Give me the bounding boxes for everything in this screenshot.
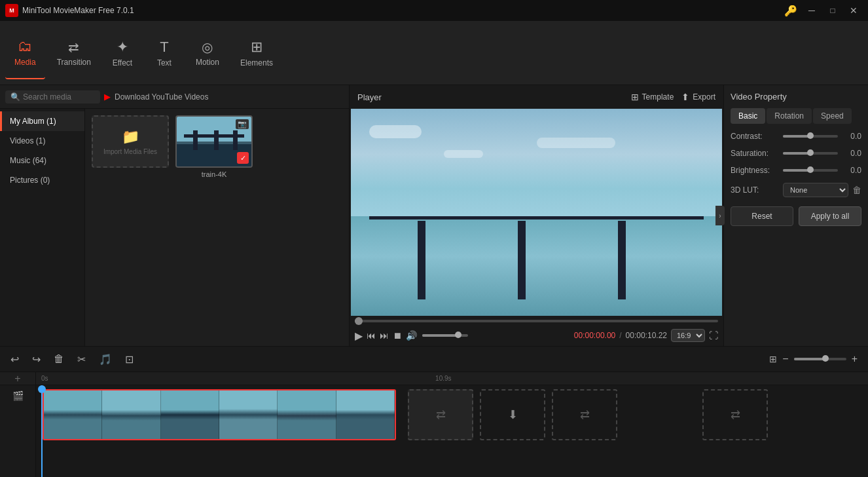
delete-button[interactable]: 🗑 <box>51 351 67 368</box>
transition-slot-4[interactable]: ⇄ <box>702 389 768 440</box>
add-track-icon[interactable]: + <box>14 373 20 385</box>
import-thumb[interactable]: 📁 Import Media Files <box>92 115 169 168</box>
prev-button[interactable]: ⏮ <box>367 330 376 341</box>
player-timeline <box>350 316 723 328</box>
restore-button[interactable]: □ <box>823 3 842 18</box>
minimize-button[interactable]: ─ <box>803 3 821 18</box>
transition-icon: ⇄ <box>68 39 79 55</box>
template-label: Template <box>642 92 674 102</box>
transition-arrow-1: ⇄ <box>436 408 446 422</box>
brightness-fill <box>783 169 810 172</box>
folder-icon: 📁 <box>122 128 139 145</box>
search-icon: 🔍 <box>10 92 20 102</box>
media-panel: 🔍 ▶ Download YouTube Videos My Album (1)… <box>0 85 350 346</box>
train-media-item[interactable]: 📷 ✓ train-4K <box>175 115 253 178</box>
aspect-ratio-select[interactable]: 16:9 9:16 1:1 4:3 <box>671 329 705 342</box>
clip-frame-6 <box>336 391 395 439</box>
properties-title: Video Property <box>731 92 861 102</box>
contrast-handle[interactable] <box>807 132 814 139</box>
toolbar-text[interactable]: T Text <box>145 27 184 79</box>
toolbar-transition[interactable]: ⇄ Transition <box>48 27 100 79</box>
zoom-in-button[interactable]: + <box>849 353 860 365</box>
panel-collapse-button[interactable]: › <box>715 206 725 225</box>
total-time: 00:00:10.22 <box>626 331 667 340</box>
tab-basic[interactable]: Basic <box>731 108 765 124</box>
brightness-handle[interactable] <box>807 166 814 173</box>
volume-control: 🔊 <box>406 330 468 341</box>
content-area: 🔍 ▶ Download YouTube Videos My Album (1)… <box>0 85 868 346</box>
audio-detach-button[interactable]: 🎵 <box>96 351 115 368</box>
fullscreen-button[interactable]: ⛶ <box>709 330 718 341</box>
progress-handle[interactable] <box>355 317 363 325</box>
toolbar-media[interactable]: 🗂 Media <box>5 27 45 79</box>
saturation-label: Saturation: <box>731 149 783 158</box>
toolbar-elements[interactable]: ⊞ Elements <box>231 27 282 79</box>
train-thumb[interactable]: 📷 ✓ <box>175 115 253 168</box>
sidebar-item-album[interactable]: My Album (1) <box>0 111 84 131</box>
redo-button[interactable]: ↪ <box>29 351 43 368</box>
media-icon: 🗂 <box>18 38 32 55</box>
playhead[interactable] <box>41 385 43 477</box>
apply-to-all-button[interactable]: Apply to all <box>799 206 861 226</box>
playhead-head <box>38 385 46 393</box>
close-button[interactable]: ✕ <box>844 3 863 18</box>
sidebar-item-music[interactable]: Music (64) <box>0 151 84 170</box>
volume-icon[interactable]: 🔊 <box>406 330 417 341</box>
clip-frame-4 <box>219 391 278 439</box>
volume-handle[interactable] <box>455 332 461 338</box>
zoom-fill <box>794 358 825 360</box>
sidebar-item-videos[interactable]: Videos (1) <box>0 131 84 151</box>
crop-button[interactable]: ⊡ <box>122 351 136 368</box>
next-button[interactable]: ⏭ <box>380 330 389 341</box>
sidebar-item-pictures[interactable]: Pictures (0) <box>0 170 84 190</box>
scissors-button[interactable]: ✂ <box>75 351 88 368</box>
brightness-value: 0.0 <box>842 166 861 175</box>
video-clip[interactable] <box>43 389 396 440</box>
timeline: + 🎬 ♪ 0s 10.9s <box>0 372 868 477</box>
video-track-icon: 🎬 <box>0 391 35 401</box>
volume-slider[interactable] <box>422 334 468 337</box>
undo-button[interactable]: ↩ <box>8 351 22 368</box>
template-button[interactable]: ⊞ Template <box>631 92 674 102</box>
export-icon: ⬆ <box>681 92 689 102</box>
main-toolbar: 🗂 Media ⇄ Transition ✦ Effect T Text ◎ M… <box>0 21 868 85</box>
brightness-slider[interactable] <box>783 169 838 172</box>
zoom-out-button[interactable]: − <box>780 353 791 365</box>
current-time: 00:00:00.00 <box>574 331 615 340</box>
stop-button[interactable]: ⏹ <box>393 330 402 341</box>
progress-bar[interactable] <box>355 320 718 322</box>
toolbar-effect[interactable]: ✦ Effect <box>103 27 142 79</box>
transition-slot-2[interactable]: ⬇ <box>480 389 545 440</box>
search-input[interactable] <box>23 92 95 102</box>
saturation-handle[interactable] <box>807 149 814 156</box>
youtube-download-button[interactable]: ▶ Download YouTube Videos <box>104 92 208 102</box>
motion-label: Motion <box>196 58 219 67</box>
transition-label: Transition <box>57 58 91 67</box>
reset-button[interactable]: Reset <box>731 206 793 226</box>
player-title: Player <box>357 92 382 102</box>
saturation-slider[interactable] <box>783 152 838 155</box>
zoom-slider[interactable] <box>794 358 846 360</box>
zoom-fit-button[interactable]: ⊞ <box>769 354 777 364</box>
zoom-handle[interactable] <box>822 355 829 362</box>
import-media-item[interactable]: 📁 Import Media Files <box>92 115 169 178</box>
export-button[interactable]: ⬆ Export <box>681 92 715 102</box>
transition-arrow-3: ⇄ <box>580 408 590 422</box>
timeline-sidebar: + 🎬 ♪ <box>0 372 36 477</box>
brightness-row: Brightness: 0.0 <box>731 166 861 175</box>
saturation-value: 0.0 <box>842 149 861 158</box>
transition-slot-1[interactable]: ⇄ <box>408 389 473 440</box>
lut-delete-button[interactable]: 🗑 <box>852 185 861 195</box>
search-box[interactable]: 🔍 <box>5 90 100 104</box>
saturation-fill <box>783 152 810 155</box>
play-button[interactable]: ▶ <box>355 330 363 342</box>
lut-select[interactable]: None <box>783 183 848 197</box>
contrast-slider[interactable] <box>783 135 838 138</box>
video-track-row: ⇄ ⬇ ⇄ ⇄ <box>36 385 868 444</box>
tab-rotation[interactable]: Rotation <box>767 108 812 124</box>
tab-speed[interactable]: Speed <box>813 108 852 124</box>
toolbar-motion[interactable]: ◎ Motion <box>187 27 228 79</box>
elements-label: Elements <box>240 58 273 67</box>
transition-arrow-4: ⇄ <box>731 408 740 422</box>
transition-slot-3[interactable]: ⇄ <box>552 389 617 440</box>
